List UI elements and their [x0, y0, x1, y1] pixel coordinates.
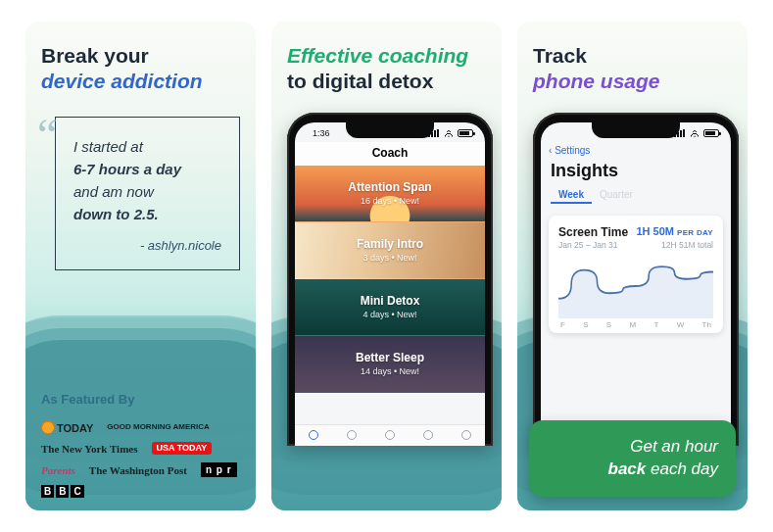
tab-icon[interactable]: [347, 430, 357, 440]
headline-plain: to digital detox: [287, 70, 433, 92]
card-subtitle: 4 days • New!: [362, 310, 416, 319]
phone-screen: 1:36 Coach Attention Span 16 days • New!…: [295, 122, 485, 446]
logo-bbc: BBC: [41, 485, 86, 497]
coach-card-mini-detox[interactable]: Mini Detox 4 days • New!: [295, 279, 485, 336]
logo-wapo: The Washington Post: [89, 464, 187, 476]
headline-plain: Track: [533, 44, 587, 67]
card-title: Better Sleep: [356, 351, 424, 364]
quote-line: 6-7 hours a day: [73, 161, 181, 177]
status-time: 1:36: [313, 128, 330, 138]
promo-panel-2: Effective coaching to digital detox 1:36…: [271, 22, 502, 510]
headline-accent: Effective coaching: [287, 44, 468, 67]
callout-line1: Get an hour: [630, 437, 718, 456]
card-subtitle: 3 days • New!: [362, 253, 416, 263]
battery-icon: [703, 129, 719, 137]
tab-bar: [295, 424, 485, 446]
logo-parents: Parents: [41, 464, 75, 476]
back-button[interactable]: ‹ Settings: [541, 142, 731, 159]
callout-line2-bold: back: [608, 459, 647, 478]
promo-callout: Get an hour back each day: [529, 420, 736, 497]
coach-card-better-sleep[interactable]: Better Sleep 14 days • New!: [295, 336, 485, 393]
x-tick: W: [677, 320, 685, 329]
quote-line: and am now: [73, 183, 154, 200]
segment-quarter[interactable]: Quarter: [592, 187, 641, 204]
headline: Effective coaching to digital detox: [287, 43, 486, 95]
chart-x-axis: FSSMTWTh: [558, 318, 713, 329]
promo-panel-3: Track phone usage ‹ Settings Ins: [517, 22, 748, 510]
phone-frame: 1:36 Coach Attention Span 16 days • New!…: [287, 113, 493, 446]
x-tick: T: [654, 320, 659, 329]
notch-icon: [346, 122, 434, 138]
quote-author: - ashlyn.nicole: [73, 236, 221, 256]
featured-label: As Featured By: [41, 392, 240, 407]
card-title: Family Intro: [357, 237, 423, 251]
segment-week[interactable]: Week: [551, 187, 592, 204]
battery-icon: [458, 129, 473, 137]
featured-section: As Featured By TODAY GOOD MORNING AMERIC…: [41, 378, 240, 497]
promo-panel-1: Break your device addiction “ I started …: [25, 22, 256, 510]
wifi-icon: [444, 129, 454, 137]
metric-value: 1H 50M PER DAY: [636, 225, 713, 237]
card-subtitle: 14 days • New!: [361, 366, 419, 376]
tab-icon[interactable]: [385, 430, 395, 440]
card-subtitle: 16 days • New!: [361, 196, 419, 206]
metric-total: 12H 51M total: [661, 240, 713, 250]
metric-value-main: 1H 50M: [636, 225, 674, 237]
headline: Track phone usage: [533, 43, 732, 95]
quote-box: I started at 6-7 hours a day and am now …: [55, 117, 240, 270]
headline-accent: phone usage: [533, 70, 660, 92]
screen-title: Coach: [295, 142, 485, 166]
card-title: Mini Detox: [361, 294, 420, 308]
quote-line: down to 2.5.: [73, 206, 159, 222]
press-logos: TODAY GOOD MORNING AMERICA The New York …: [41, 420, 240, 497]
x-tick: M: [630, 320, 637, 329]
segmented-control: Week Quarter: [541, 187, 731, 210]
card-title: Attention Span: [348, 180, 431, 194]
x-tick: S: [606, 320, 611, 329]
coach-card-attention-span[interactable]: Attention Span 16 days • New!: [295, 166, 485, 222]
tab-icon[interactable]: [309, 430, 318, 440]
metric-label: Screen Time: [558, 225, 628, 239]
callout-line2: each day: [646, 459, 718, 478]
headline-plain: Break your: [41, 44, 149, 67]
quote-line: I started at: [73, 138, 143, 155]
headline-accent: device addiction: [41, 70, 203, 92]
screen-time-chart: [558, 256, 713, 318]
chevron-left-icon: ‹: [549, 145, 552, 156]
logo-usatoday: USA TODAY: [152, 442, 213, 455]
logo-nyt: The New York Times: [41, 443, 138, 455]
tab-icon[interactable]: [423, 430, 433, 440]
x-tick: S: [583, 320, 588, 329]
testimonial: “ I started at 6-7 hours a day and am no…: [41, 117, 240, 270]
headline: Break your device addiction: [41, 43, 240, 95]
coach-card-family-intro[interactable]: Family Intro 3 days • New!: [295, 222, 485, 279]
x-tick: Th: [702, 320, 711, 329]
screen-time-card[interactable]: Screen Time 1H 50M PER DAY Jan 25 – Jan …: [549, 216, 723, 333]
wifi-icon: [690, 129, 700, 137]
date-range: Jan 25 – Jan 31: [558, 240, 618, 250]
logo-gma: GOOD MORNING AMERICA: [107, 423, 210, 431]
phone-frame: ‹ Settings Insights Week Quarter Screen …: [533, 113, 739, 446]
x-tick: F: [560, 320, 565, 329]
back-label: Settings: [555, 145, 590, 156]
tab-icon[interactable]: [461, 430, 471, 440]
phone-screen: ‹ Settings Insights Week Quarter Screen …: [541, 122, 731, 446]
metric-value-suffix: PER DAY: [677, 228, 713, 237]
logo-today: TODAY: [41, 420, 93, 434]
quote-mark-icon: “: [37, 126, 57, 144]
notch-icon: [592, 122, 680, 138]
logo-npr: n p r: [201, 462, 237, 477]
page-title: Insights: [541, 159, 731, 187]
